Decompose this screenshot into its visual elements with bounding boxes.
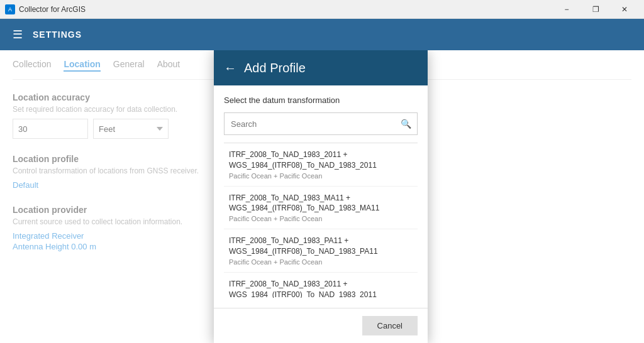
search-box: 🔍 — [224, 112, 418, 135]
list-item-title: ITRF_2008_To_NAD_1983_2011 + WGS_1984_(I… — [229, 150, 413, 171]
content-area: Collection Location General About Locati… — [0, 50, 644, 343]
app-name: Collector for ArcGIS — [19, 5, 86, 14]
restore-button[interactable]: ❐ — [581, 0, 610, 19]
close-button[interactable]: ✕ — [610, 0, 639, 19]
back-button[interactable]: ← — [224, 62, 236, 74]
search-button[interactable]: 🔍 — [394, 113, 417, 134]
cancel-button[interactable]: Cancel — [362, 316, 418, 335]
title-bar-controls: − ❐ ✕ — [552, 0, 639, 19]
list-item[interactable]: ITRF_2008_To_NAD_1983_PA11 + WGS_1984_(I… — [224, 229, 418, 273]
transformation-list: ITRF_2008_To_NAD_1983_2011 + WGS_1984_(I… — [224, 143, 418, 298]
list-item[interactable]: ITRF_2008_To_NAD_1983_2011 + WGS_1984_(I… — [224, 143, 418, 187]
dialog-footer: Cancel — [214, 308, 428, 343]
list-item-subtitle: Pacific Ocean + Pacific Ocean — [229, 258, 413, 266]
dialog-header: ← Add Profile — [214, 50, 428, 85]
list-item-subtitle: Pacific Ocean + Pacific Ocean — [229, 172, 413, 180]
dialog-body: Select the datum transformation 🔍 ITRF_2… — [214, 85, 428, 308]
nav-title: SETTINGS — [33, 30, 82, 40]
app-container: ☰ SETTINGS Collection Location General A… — [0, 19, 644, 343]
list-item-title: ITRF_2008_To_NAD_1983_PA11 + WGS_1984_(I… — [229, 236, 413, 257]
add-profile-dialog: ← Add Profile Select the datum transform… — [214, 50, 428, 343]
app-icon: A — [5, 4, 15, 14]
dialog-subtitle: Select the datum transformation — [224, 95, 418, 105]
hamburger-icon[interactable]: ☰ — [10, 25, 25, 44]
title-bar: A Collector for ArcGIS − ❐ ✕ — [0, 0, 644, 19]
title-bar-left: A Collector for ArcGIS — [5, 4, 86, 14]
list-item-title: ITRF_2008_To_NAD_1983_2011 + WGS_1984_(I… — [229, 279, 413, 298]
list-item-subtitle: Pacific Ocean + Pacific Ocean — [229, 215, 413, 222]
search-input[interactable] — [225, 113, 394, 134]
list-item[interactable]: ITRF_2008_To_NAD_1983_2011 + WGS_1984_(I… — [224, 273, 418, 298]
dialog-title: Add Profile — [244, 61, 306, 75]
minimize-button[interactable]: − — [552, 0, 581, 19]
list-item-title: ITRF_2008_To_NAD_1983_MA11 + WGS_1984_(I… — [229, 193, 413, 214]
search-icon: 🔍 — [401, 119, 411, 129]
nav-bar: ☰ SETTINGS — [0, 19, 644, 50]
list-item[interactable]: ITRF_2008_To_NAD_1983_MA11 + WGS_1984_(I… — [224, 187, 418, 230]
